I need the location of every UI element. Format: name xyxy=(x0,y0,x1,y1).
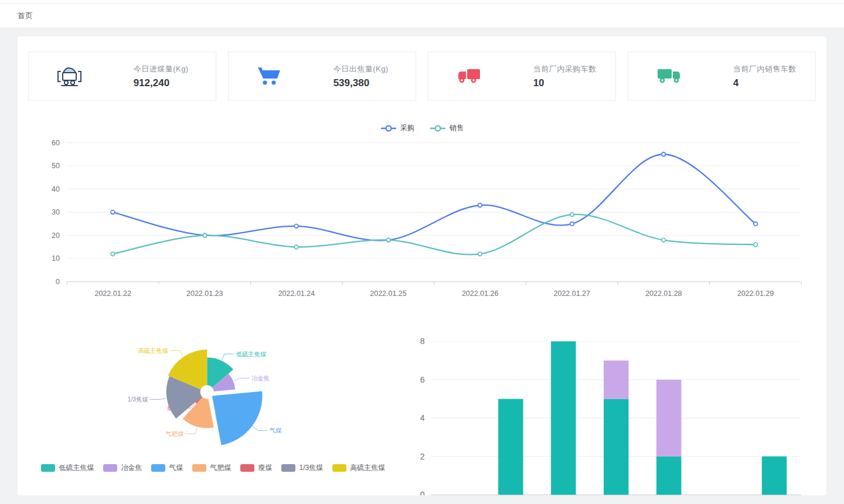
bar-segment-结束装卸货[interactable] xyxy=(656,380,681,457)
data-point[interactable] xyxy=(294,224,298,229)
data-point[interactable] xyxy=(570,213,574,217)
pie-slice-气煤[interactable] xyxy=(212,391,263,445)
pie-label-line xyxy=(253,427,267,430)
x-axis-label: 2022.01.27 xyxy=(554,290,590,298)
legend-marker-icon xyxy=(380,125,397,132)
legend-swatch xyxy=(151,464,165,472)
pie-chart-section: 低硫主焦煤冶金焦气煤气肥煤瘦煤1/3焦煤高硫主焦煤 低硫主焦煤冶金焦气煤气肥煤瘦… xyxy=(28,328,399,473)
truck-left-icon xyxy=(454,63,485,89)
line-series-采购 xyxy=(113,154,755,240)
data-point[interactable] xyxy=(386,238,390,242)
y-axis-label: 30 xyxy=(52,208,60,216)
legend-swatch xyxy=(41,464,55,472)
coal-type-pie-chart: 低硫主焦煤冶金焦气煤气肥煤瘦煤1/3焦煤高硫主焦煤 xyxy=(67,328,360,455)
breadcrumb-bar: 首页 xyxy=(0,4,844,28)
pie-chart-legend: 低硫主焦煤冶金焦气煤气肥煤瘦煤1/3焦煤高硫主焦煤 xyxy=(41,463,385,473)
legend-label: 冶金焦 xyxy=(121,463,142,473)
pie-label-line xyxy=(150,399,166,400)
pie-label-line xyxy=(222,354,234,360)
purchase-sales-line-chart: 01020304050602022.01.222022.01.232022.01… xyxy=(32,135,812,301)
y-axis-label: 60 xyxy=(52,139,60,147)
data-point[interactable] xyxy=(570,222,574,226)
pie-slice-label: 冶金焦 xyxy=(251,375,270,382)
bar-segment-开始装卸货[interactable] xyxy=(604,399,628,495)
line-chart-legend: 采购销售 xyxy=(28,123,816,133)
shopping-cart-icon xyxy=(254,63,285,89)
stat-card-text: 今日出焦量(Kg) 539,380 xyxy=(333,64,416,89)
y-axis-label: 10 xyxy=(52,254,60,263)
data-point[interactable] xyxy=(111,252,115,256)
stat-card-value: 4 xyxy=(733,77,815,89)
top-divider xyxy=(0,0,844,4)
y-axis-label: 40 xyxy=(52,185,60,193)
bottom-charts-row: 低硫主焦煤冶金焦气煤气肥煤瘦煤1/3焦煤高硫主焦煤 低硫主焦煤冶金焦气煤气肥煤瘦… xyxy=(28,328,816,495)
pie-legend-item-冶金焦[interactable]: 冶金焦 xyxy=(103,463,142,473)
legend-label: 气煤 xyxy=(169,463,183,473)
legend-swatch xyxy=(240,464,254,472)
data-point[interactable] xyxy=(478,252,482,256)
stat-card-label: 今日进煤量(Kg) xyxy=(134,64,216,74)
line-series-销售 xyxy=(113,214,755,255)
x-axis-label: 2022.01.24 xyxy=(278,290,315,298)
pie-legend-item-气肥煤[interactable]: 气肥煤 xyxy=(192,463,231,473)
stat-card-text: 当前厂内销售车数 4 xyxy=(733,64,815,89)
pie-legend-item-1/3焦煤[interactable]: 1/3焦煤 xyxy=(281,463,323,473)
pie-label-line xyxy=(234,378,249,380)
pie-center-hole xyxy=(200,385,214,399)
bar-segment-结束装卸货[interactable] xyxy=(656,457,681,495)
dashboard-panel: 今日进煤量(Kg) 912,240 今日出焦量(Kg) 539,380 xyxy=(18,36,826,495)
x-axis-label: 2022.01.25 xyxy=(370,290,406,298)
data-point[interactable] xyxy=(754,222,758,226)
pie-slice-label: 高硫主焦煤 xyxy=(138,348,168,354)
legend-swatch xyxy=(103,464,117,472)
y-axis-label: 0 xyxy=(56,278,60,286)
pie-legend-item-低硫主焦煤[interactable]: 低硫主焦煤 xyxy=(41,463,94,473)
pie-label-line xyxy=(186,428,197,434)
data-point[interactable] xyxy=(754,243,758,247)
legend-label: 销售 xyxy=(450,123,464,133)
stat-card-sales-trucks: 当前厂内销售车数 4 xyxy=(628,52,816,101)
pie-slice-label: 1/3焦煤 xyxy=(128,396,148,403)
stat-card-text: 当前厂内采购车数 10 xyxy=(533,64,615,89)
data-point[interactable] xyxy=(294,245,298,249)
data-point[interactable] xyxy=(478,203,482,207)
y-axis-label: 20 xyxy=(52,231,60,240)
data-point[interactable] xyxy=(203,233,207,237)
y-axis-label: 2 xyxy=(420,452,425,461)
legend-label: 气肥煤 xyxy=(210,463,231,473)
bar-segment-已进厂[interactable] xyxy=(498,399,523,495)
x-axis-label: 2022.01.28 xyxy=(645,290,682,298)
pie-legend-item-气煤[interactable]: 气煤 xyxy=(151,463,183,473)
stat-card-label: 当前厂内采购车数 xyxy=(533,64,615,74)
truck-right-icon xyxy=(654,63,685,89)
stat-card-value: 912,240 xyxy=(134,77,216,89)
bar-chart-section: 02468办卡完成已进厂一次计量完成开始装卸货结束装卸货二次计量完成已出厂 xyxy=(399,328,816,495)
legend-swatch xyxy=(332,464,346,472)
pie-slice-label: 气肥煤 xyxy=(165,431,184,437)
bar-segment-一次计量完成[interactable] xyxy=(551,342,576,495)
breadcrumb[interactable]: 首页 xyxy=(18,11,33,21)
stat-card-text: 今日进煤量(Kg) 912,240 xyxy=(134,64,216,89)
bar-segment-已出厂[interactable] xyxy=(762,457,787,495)
pie-legend-item-瘦煤[interactable]: 瘦煤 xyxy=(240,463,272,473)
stat-card-label: 今日出焦量(Kg) xyxy=(333,64,416,74)
legend-swatch xyxy=(281,464,295,472)
stat-card-coke-out: 今日出焦量(Kg) 539,380 xyxy=(228,52,416,101)
y-axis-label: 50 xyxy=(52,162,60,170)
legend-label: 采购 xyxy=(400,123,414,133)
data-point[interactable] xyxy=(111,210,115,214)
stat-card-label: 当前厂内销售车数 xyxy=(733,64,815,74)
bar-segment-开始装卸货[interactable] xyxy=(604,360,628,399)
legend-item-销售[interactable]: 销售 xyxy=(430,123,464,133)
data-point[interactable] xyxy=(662,152,666,156)
data-point[interactable] xyxy=(662,238,666,242)
x-axis-label: 2022.01.29 xyxy=(737,290,774,298)
x-axis-label: 2022.01.26 xyxy=(462,290,498,298)
legend-item-采购[interactable]: 采购 xyxy=(380,123,414,133)
legend-swatch xyxy=(192,464,206,472)
pie-legend-item-高硫主焦煤[interactable]: 高硫主焦煤 xyxy=(332,463,385,473)
x-axis-label: 2022.01.23 xyxy=(186,290,223,298)
page-content: 今日进煤量(Kg) 912,240 今日出焦量(Kg) 539,380 xyxy=(0,28,844,503)
stat-cards-row: 今日进煤量(Kg) 912,240 今日出焦量(Kg) 539,380 xyxy=(28,52,816,101)
legend-label: 低硫主焦煤 xyxy=(59,463,94,473)
